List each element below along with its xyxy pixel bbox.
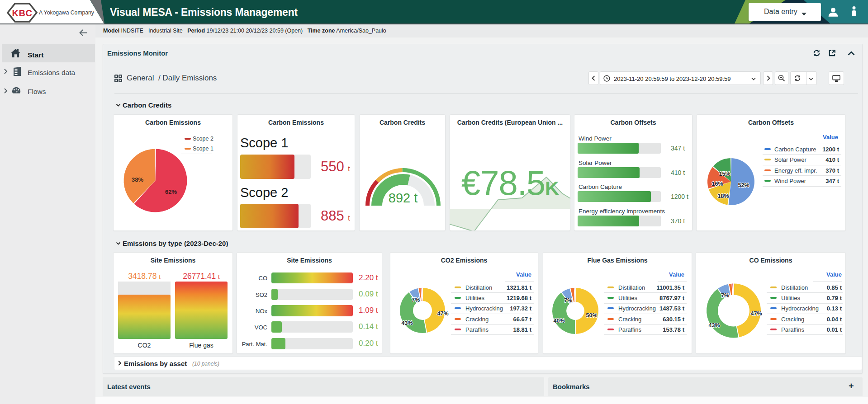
svg-text:47%: 47% xyxy=(437,310,448,317)
svg-text:43%: 43% xyxy=(401,320,413,326)
svg-text:43%: 43% xyxy=(708,322,720,329)
svg-text:15%: 15% xyxy=(719,171,730,177)
svg-text:16%: 16% xyxy=(711,181,723,187)
svg-text:7%: 7% xyxy=(721,292,729,299)
svg-text:50%: 50% xyxy=(586,312,597,319)
svg-text:47%: 47% xyxy=(750,310,762,317)
svg-text:7%: 7% xyxy=(564,297,572,304)
svg-text:7%: 7% xyxy=(412,297,420,303)
svg-text:62%: 62% xyxy=(165,188,177,195)
svg-text:40%: 40% xyxy=(553,318,564,324)
svg-text:892 t: 892 t xyxy=(389,191,418,205)
svg-text:38%: 38% xyxy=(132,176,143,183)
svg-text:52%: 52% xyxy=(738,182,749,188)
svg-text:KBC: KBC xyxy=(12,8,33,18)
svg-text:18%: 18% xyxy=(717,193,729,199)
